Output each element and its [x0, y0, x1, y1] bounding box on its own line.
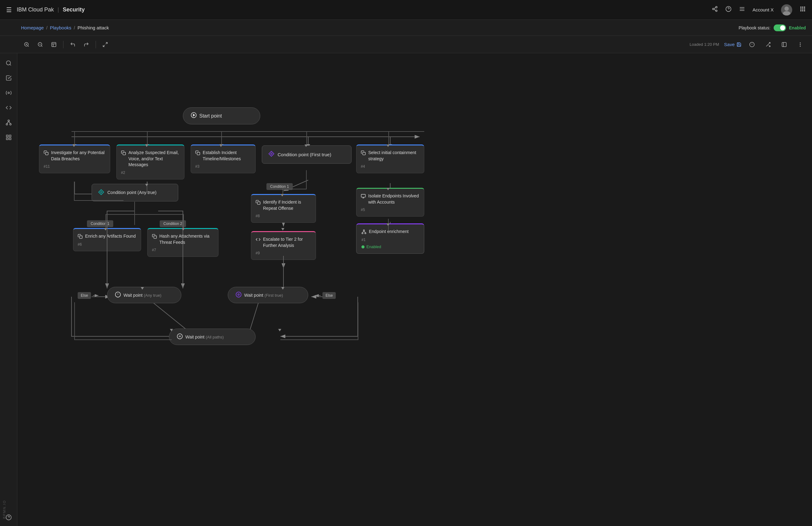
svg-line-3 — [714, 9, 716, 10]
canvas-inner: Start point Investigate for any Potentia… — [17, 53, 812, 526]
endpoint-num: #1 — [361, 238, 419, 242]
task-11-node[interactable]: Investigate for any Potential Data Breac… — [39, 145, 110, 173]
toolbar-separator-2 — [96, 41, 96, 48]
canvas[interactable]: Start point Investigate for any Potentia… — [17, 53, 812, 526]
task-5-node[interactable]: Isolate Endpoints Involved with Accounts… — [356, 188, 424, 217]
v-cond-left — [105, 214, 106, 229]
fit-button[interactable] — [48, 39, 59, 50]
breadcrumb-current: Phishing attack — [77, 25, 109, 30]
redo-button[interactable] — [81, 39, 92, 50]
brand-sub: Security — [63, 6, 85, 13]
app-grid-icon[interactable] — [800, 6, 806, 14]
task-11-num: #11 — [44, 164, 105, 169]
endpoint-enrichment-node[interactable]: Endpoint enrichment #1 Enabled — [356, 223, 424, 254]
wait-all-modifier: (All paths) — [206, 335, 224, 339]
menu-icon[interactable] — [739, 6, 745, 14]
start-point-node[interactable]: Start point — [183, 107, 260, 125]
help-icon[interactable] — [725, 6, 731, 14]
toolbar-separator-1 — [63, 41, 63, 48]
svg-rect-29 — [52, 42, 56, 47]
more-button[interactable] — [795, 39, 806, 50]
h-cond-left — [105, 214, 135, 215]
h-wait-all-left — [74, 339, 172, 340]
start-play-icon — [191, 112, 197, 120]
task-2-icon — [121, 150, 126, 156]
connector-start-horizontal — [72, 131, 424, 132]
breadcrumb-homepage[interactable]: Homepage — [21, 25, 44, 30]
sidebar-tasks-icon[interactable] — [2, 72, 15, 84]
v2 — [147, 131, 148, 145]
info-button[interactable] — [746, 39, 757, 50]
share-button[interactable] — [763, 39, 774, 50]
wait-all-node[interactable]: Wait point (All paths) — [169, 328, 256, 345]
v1 — [74, 131, 75, 145]
wait-any-icon — [115, 291, 121, 298]
svg-point-40 — [800, 44, 801, 45]
condition-first-node[interactable]: Condition point (First true) — [262, 145, 351, 164]
panel-button[interactable] — [779, 39, 790, 50]
left-sidebar: BPMN.IO — [0, 53, 17, 526]
fullscreen-button[interactable] — [100, 39, 111, 50]
sidebar-code-icon[interactable] — [2, 102, 15, 114]
zoom-in-button[interactable] — [21, 39, 32, 50]
svg-point-0 — [715, 6, 717, 8]
hamburger-icon[interactable]: ☰ — [6, 6, 12, 14]
arrow-down-endpoint — [387, 223, 390, 226]
account-label: Account X — [753, 7, 774, 12]
svg-point-76 — [365, 233, 366, 234]
svg-rect-70 — [258, 202, 260, 205]
endpoint-enabled-dot — [361, 245, 364, 248]
task-9-icon — [256, 237, 261, 243]
loaded-time: Loaded 1:20 PM — [690, 42, 719, 47]
wait-first-node[interactable]: Wait point (First true) — [228, 287, 308, 303]
task-7-icon — [152, 234, 157, 240]
svg-point-47 — [10, 123, 11, 125]
arrow-down-task5 — [387, 188, 390, 190]
svg-point-84 — [238, 294, 240, 296]
start-point-container: Start point — [183, 107, 260, 125]
endpoint-icon — [361, 229, 366, 235]
task-2-node[interactable]: Analyze Suspected Email, Voice, and/or T… — [116, 145, 185, 179]
h-cond-right — [134, 214, 184, 215]
breadcrumb-playbooks[interactable]: Playbooks — [50, 25, 71, 30]
svg-rect-60 — [45, 152, 48, 155]
arrow-down-wait-first — [281, 287, 285, 290]
task-4-node[interactable]: Select initial containment strategy #4 — [356, 145, 424, 173]
zoom-out-button[interactable] — [35, 39, 46, 50]
condition-any-diamond-icon — [98, 189, 104, 196]
else-2-container: Else — [315, 292, 336, 299]
v-cond-right — [183, 214, 184, 229]
svg-rect-51 — [9, 135, 11, 137]
else-2-badge: Else — [322, 292, 336, 299]
svg-point-46 — [6, 123, 8, 125]
sidebar-grid-icon[interactable] — [2, 131, 15, 144]
save-button[interactable]: Save — [724, 42, 741, 47]
task-3-node[interactable]: Establish Incident Timeline/Milestones #… — [191, 145, 256, 173]
task-5-num: #5 — [361, 208, 420, 212]
wait-first-text: Wait point — [244, 293, 263, 298]
undo-button[interactable] — [67, 39, 78, 50]
sidebar-search-icon[interactable] — [2, 57, 15, 69]
svg-point-42 — [6, 61, 10, 65]
sidebar-apps-icon[interactable] — [2, 87, 15, 99]
wait-any-node[interactable]: Wait point (Any true) — [107, 287, 182, 303]
status-toggle[interactable] — [774, 25, 786, 31]
share-icon[interactable] — [712, 6, 718, 14]
breadcrumb-sep2: / — [74, 25, 75, 30]
avatar[interactable] — [781, 4, 792, 15]
svg-point-75 — [362, 233, 363, 234]
svg-point-11 — [784, 6, 789, 11]
arrow-down-task8 — [281, 194, 284, 196]
task-4-icon — [361, 150, 366, 156]
task-8-node[interactable]: Identify if Incident is Repeat Offense #… — [251, 194, 316, 223]
svg-line-30 — [106, 42, 107, 44]
svg-rect-16 — [800, 8, 801, 9]
arrow-down-task9 — [281, 228, 285, 231]
condition-first-label: Condition point (First true) — [278, 151, 331, 158]
svg-point-1 — [712, 8, 714, 10]
svg-rect-13 — [800, 7, 801, 8]
svg-line-23 — [28, 45, 28, 46]
sidebar-network-icon[interactable] — [2, 116, 15, 129]
task-2-header: Analyze Suspected Email, Voice, and/or T… — [121, 150, 180, 168]
condition-any-node[interactable]: Condition point (Any true) — [91, 184, 178, 201]
